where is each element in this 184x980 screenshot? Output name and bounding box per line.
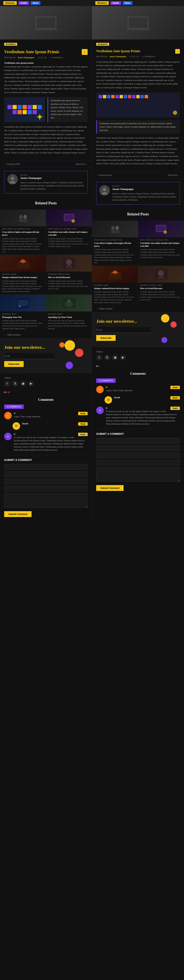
pagination: ← Previous Post Next Post → [0, 161, 92, 168]
right-rp3-title: Integer euismod lacus luctus magna [94, 287, 136, 290]
comment-3-reply-btn[interactable]: Reply [78, 433, 88, 436]
right-submit-comment-btn[interactable]: Submit Comment [96, 485, 123, 491]
nav-news-btn[interactable]: News [31, 1, 40, 5]
right-related-post-4[interactable]: BUSINESS, HEALTH, NEWS How to Avoid Burn… [138, 266, 184, 305]
prev-post-link[interactable]: ← Previous Post [4, 163, 20, 165]
svg-point-32 [115, 226, 119, 230]
right-comment-3-name: ti [106, 407, 180, 409]
svg-rect-2 [34, 29, 59, 31]
right-older-entries[interactable]: ← Older Entries [92, 305, 184, 312]
right-comment-1-reply[interactable]: Reply [170, 386, 180, 389]
related-post-6[interactable]: BUSINESS, NEWS Speeding Up Your Vitals P… [46, 295, 92, 332]
author-box-label: AUTHOR [20, 174, 85, 176]
right-comment-name-input[interactable] [96, 438, 180, 444]
older-entries[interactable]: ← Older Entries [0, 331, 92, 338]
related-post-4[interactable]: BUSINESS, HEALTH, NEWS How to Avoid Burn… [46, 255, 92, 294]
related-post-4-tag: BUSINESS, HEALTH, NEWS [48, 273, 90, 275]
related-post-2[interactable]: CRAS, RIDICULUS, QUISQUE, MAG... Curabit… [46, 210, 92, 255]
hero-image [0, 6, 92, 40]
facebook-icon[interactable]: f [4, 381, 10, 387]
related-post-5[interactable]: BUSINESS, NEWS Managing Your Site Curabi… [0, 295, 46, 332]
submit-comment-btn[interactable]: Submit Comment [4, 511, 32, 517]
comment-2-reply-btn[interactable]: Reply [78, 422, 88, 426]
comment-form-field-2 [4, 471, 88, 477]
author-avatar [7, 174, 18, 185]
comment-textarea-field [4, 493, 88, 509]
right-next-post-link[interactable]: Next Post → [168, 174, 180, 177]
related-post-6-title: Speeding Up Your Vitals [48, 316, 90, 318]
post-title: Vestibulum Ante Ipsum Primis [4, 49, 59, 54]
right-nav-health-btn[interactable]: Health [110, 1, 121, 5]
right-facebook-icon[interactable]: f [96, 355, 102, 361]
right-comment-3-reply[interactable]: Reply [170, 407, 180, 410]
newsletter-email-input[interactable] [4, 353, 54, 359]
right-comment-1-body: Reply ti I agree. That is really importa… [106, 386, 180, 393]
right-newsletter-subscribe-btn[interactable]: Subscribe [96, 335, 116, 341]
comment-1-name: ti [14, 412, 88, 414]
comment-2-name: David [22, 422, 88, 425]
right-post-meta: WRITTEN BY Jason Champagne • 5 / 22 / 20… [96, 56, 180, 57]
download-icon[interactable]: ↓ [82, 49, 88, 55]
comment-email-input[interactable] [4, 471, 88, 477]
comment-field-4-input[interactable] [4, 486, 88, 492]
comment-1-text: I agree. That is really important. [14, 415, 88, 418]
right-instagram-icon[interactable]: ◉ [112, 355, 118, 361]
comment-textarea[interactable] [4, 493, 88, 508]
right-column: Business Health News BUSINESS Vestibulum… [92, 0, 184, 520]
youtube-icon[interactable]: ▶ [28, 381, 34, 387]
right-prev-post-link[interactable]: ← Previous Post [96, 174, 112, 177]
right-author-box-name: Jason Champagne [112, 188, 177, 191]
nav-business-btn[interactable]: Business [3, 1, 17, 5]
svg-point-38 [113, 270, 117, 274]
svg-rect-41 [158, 276, 164, 279]
comments-section: Comments 3 COMMENTS ti Reply ti I agree.… [0, 395, 92, 520]
right-newsletter-email-input[interactable] [96, 327, 150, 333]
post-body-text: Lorem ipsum dolor sit amet, consectetur … [4, 65, 88, 94]
related-posts-title: Related Posts [4, 201, 88, 205]
right-dots-decoration [92, 364, 184, 368]
svg-point-36 [163, 231, 167, 234]
article-content: BUSINESS Vestibulum Ante Ipsum Primis ↓ … [0, 40, 92, 161]
twitter-icon[interactable]: 𝕏 [12, 381, 18, 387]
next-post-link[interactable]: Next Post → [76, 163, 88, 165]
right-comment-2-reply[interactable]: Reply [170, 396, 180, 399]
right-related-post-2[interactable]: CRAS, RIDICULUS, QUISQUE, MAG... Curabit… [138, 221, 184, 266]
right-article-content: BUSINESS Vestibulum Ante Ipsum Primis ↓ … [92, 40, 184, 172]
comments-title: Comments [4, 398, 88, 402]
right-nav-news-btn[interactable]: News [123, 1, 132, 5]
related-post-1[interactable]: CRAS, RIDICULUS, QUISQUE, MAG... Cras ul… [0, 210, 46, 255]
right-comment-field4-input[interactable] [96, 460, 180, 466]
right-related-post-3[interactable]: BUSINESS, NEWS Integer euismod lacus luc… [92, 266, 138, 305]
newsletter-subscribe-btn[interactable]: Subscribe [4, 361, 24, 367]
right-nav-business-btn[interactable]: Business [95, 1, 109, 5]
right-comment-1-text: I agree. That is really important. [106, 389, 180, 392]
follow-label: Follow [4, 377, 88, 379]
svg-point-28 [173, 111, 177, 115]
right-comment-2-avatar: D [104, 396, 112, 404]
right-author-box-label: AUTHOR [112, 185, 177, 187]
comment-form-field-4 [4, 486, 88, 492]
svg-point-8 [19, 215, 22, 219]
comment-3-text: Ut ornare arcu odio ut sem. Ut ante augu… [14, 436, 88, 452]
right-twitter-icon[interactable]: 𝕏 [104, 355, 110, 361]
related-post-3[interactable]: BUSINESS, NEWS Integer euismod lacus luc… [0, 255, 46, 294]
right-newsletter-title: Join our newsletter... [96, 318, 180, 325]
right-follow-label: Follow [96, 350, 180, 353]
related-title-wrapper: Related Posts [0, 197, 92, 210]
right-youtube-icon[interactable]: ▶ [120, 355, 126, 361]
right-comment-email-input[interactable] [96, 445, 180, 451]
right-comment-textarea[interactable] [96, 467, 180, 482]
comment-name-input[interactable] [4, 464, 88, 470]
right-comment-website-input[interactable] [96, 453, 180, 458]
instagram-icon[interactable]: ◉ [20, 381, 26, 387]
related-post-6-img [46, 295, 92, 312]
comment-website-input[interactable] [4, 479, 88, 484]
comment-1-reply-btn[interactable]: Reply [78, 412, 88, 415]
right-post-body-2: Vestibulum ante ipsum primis in faucibus… [96, 136, 180, 165]
nav-health-btn[interactable]: Health [18, 1, 29, 5]
left-column: Business Health News BUSINESS Vestibulum… [0, 0, 92, 520]
right-submit-comment-form: SUBMIT A COMMENT Submit Comment [96, 429, 180, 491]
svg-rect-35 [157, 226, 165, 231]
right-download-icon[interactable]: ↓ [175, 49, 180, 54]
right-related-post-1[interactable]: CRAS, RIDICULUS, QUISQUE, MAG... Cras ul… [92, 221, 138, 266]
